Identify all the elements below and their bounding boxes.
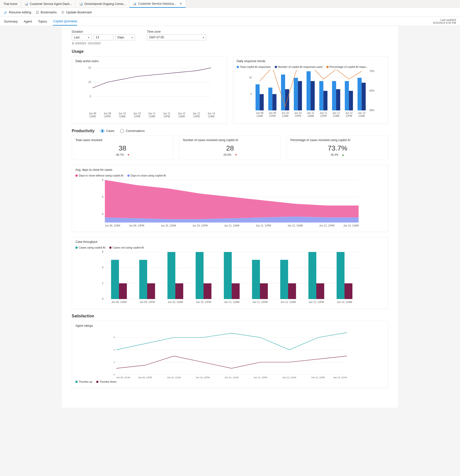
tab-label: Customer Service historica...	[138, 2, 176, 5]
tab-omnichannel[interactable]: 📊 Omnichannel Ongoing Conve...	[76, 0, 129, 8]
kpi-cases-using-copilot: Number of cases resolved using copilot A…	[179, 136, 281, 160]
section-productivity-title: Productivity	[72, 129, 94, 133]
close-icon[interactable]: ✕	[180, 2, 182, 5]
card-title: Avg. days to close for cases	[75, 168, 385, 172]
toolbar-label: Resume editing	[9, 10, 31, 14]
bookmarks-button[interactable]: Bookmarks	[36, 10, 57, 14]
card-daily-response-trends: Daily response trends Total copilot AI r…	[233, 56, 388, 124]
svg-text:Jun 11: Jun 11	[320, 112, 327, 114]
dashboard-icon: 📊	[133, 2, 137, 5]
legend: Total copilot AI responses Number of cop…	[237, 65, 385, 68]
report-subnav: Summary Agent Topics Copilot (preview)	[4, 17, 77, 26]
kpi-delta: -20.0%	[183, 153, 277, 156]
card-case-throughput: Case throughput Cases using copilot AI C…	[72, 237, 388, 309]
svg-text:12AM: 12AM	[307, 115, 314, 117]
card-title: Case throughput	[75, 240, 385, 244]
svg-text:10: 10	[88, 81, 91, 83]
svg-rect-97	[204, 283, 211, 299]
svg-text:Jun 10, 12AM: Jun 10, 12AM	[167, 376, 181, 379]
svg-text:5: 5	[90, 95, 91, 98]
radio-conversations[interactable]: Conversations	[120, 129, 145, 133]
report-body: Duration Last▾ 13 Days▾ 🗓 6/9/2023 - 6/2…	[62, 26, 398, 408]
svg-text:12AM: 12AM	[178, 115, 185, 118]
tab-label: Omnichannel Ongoing Conve...	[84, 2, 126, 6]
subnav-agent[interactable]: Agent	[24, 18, 32, 25]
tab-label: Customer Service Agent Dash...	[30, 2, 72, 6]
svg-text:12AM: 12AM	[333, 115, 339, 117]
radio-cases[interactable]: Cases	[100, 129, 114, 133]
svg-rect-39	[307, 71, 311, 110]
chart-case-throughput: 0246Jun 09, 12AMJun 09, 12PMJun 10, 12AM…	[75, 251, 385, 305]
chevron-down-icon: ▾	[203, 36, 204, 39]
svg-text:Jun 11, 12PM: Jun 11, 12PM	[252, 301, 268, 303]
svg-text:Jun 09, 12AM: Jun 09, 12AM	[116, 376, 130, 379]
timezone-filter: Time zone GMT-07:00▾	[147, 30, 206, 45]
svg-text:Jun 12, 12AM: Jun 12, 12AM	[280, 301, 296, 303]
svg-text:12PM: 12PM	[104, 115, 111, 118]
duration-mode-select[interactable]: Last▾	[72, 34, 92, 40]
svg-text:Jun 12, 12AM: Jun 12, 12AM	[282, 376, 296, 379]
report-toolbar: Resume editing Bookmarks Update Bookmark	[0, 8, 460, 17]
svg-rect-98	[224, 252, 232, 299]
subnav-copilot[interactable]: Copilot (preview)	[53, 17, 77, 25]
svg-text:60%: 60%	[369, 89, 374, 92]
chart-avg-days-close: 456Jun 09, 12AMJun 09, 12PMJun 10, 12AMJ…	[75, 178, 385, 228]
svg-text:Jun 12: Jun 12	[178, 112, 185, 115]
svg-text:6: 6	[114, 336, 115, 339]
kpi-value: 28	[183, 144, 277, 152]
svg-text:5: 5	[102, 196, 103, 198]
subnav-summary[interactable]: Summary	[4, 18, 18, 25]
svg-text:Jun 11: Jun 11	[148, 112, 156, 115]
svg-text:0: 0	[102, 298, 103, 300]
svg-text:2: 2	[102, 282, 103, 285]
subnav-topics[interactable]: Topics	[38, 18, 47, 25]
tab-trial-home[interactable]: Trial home	[0, 0, 21, 8]
svg-rect-34	[272, 94, 276, 110]
svg-text:50%: 50%	[369, 109, 374, 112]
svg-text:12AM: 12AM	[89, 115, 96, 118]
svg-rect-42	[323, 91, 327, 110]
tab-cs-historical[interactable]: 📊 Customer Service historica... ✕	[129, 0, 185, 8]
timezone-label: Time zone	[147, 30, 206, 33]
svg-text:Jun 09, 12AM: Jun 09, 12AM	[105, 224, 120, 227]
svg-text:Jun 12, 12PM: Jun 12, 12PM	[311, 376, 325, 379]
svg-text:Jun 12, 12AM: Jun 12, 12AM	[288, 224, 303, 227]
svg-rect-106	[337, 252, 345, 299]
svg-rect-103	[288, 283, 296, 299]
svg-text:Jun 10, 12PM: Jun 10, 12PM	[192, 224, 208, 227]
svg-rect-45	[345, 81, 349, 111]
duration-count-select[interactable]: 13	[93, 34, 113, 40]
svg-text:Jun 12, 12PM: Jun 12, 12PM	[319, 224, 335, 227]
calendar-icon: 🗓	[72, 42, 74, 45]
kpi-total-cases: Total cases resolved 38 -36.7%	[72, 136, 173, 160]
chevron-down-icon: ▾	[132, 36, 133, 39]
svg-rect-107	[345, 283, 352, 299]
svg-text:12PM: 12PM	[346, 115, 352, 117]
section-usage-title: Usage	[72, 49, 388, 54]
card-agent-ratings: Agent ratings 0246Jun 09, 12AMJun 09, 12…	[72, 321, 388, 388]
svg-rect-32	[260, 94, 264, 110]
svg-text:0: 0	[114, 373, 115, 376]
legend: Days to close without using copilot AI D…	[75, 174, 385, 177]
svg-rect-90	[111, 260, 119, 299]
svg-text:Jun 09, 12PM: Jun 09, 12PM	[139, 301, 155, 303]
duration-unit-select[interactable]: Days▾	[115, 34, 135, 40]
svg-text:6: 6	[102, 178, 103, 181]
svg-text:Jun 13, 12AM: Jun 13, 12AM	[343, 224, 359, 227]
svg-text:4: 4	[102, 213, 103, 215]
svg-rect-102	[280, 260, 288, 299]
update-bookmark-button[interactable]: Update Bookmark	[61, 10, 92, 14]
kpi-delta: 26.3%	[290, 153, 385, 156]
svg-text:10: 10	[249, 76, 252, 79]
bookmark-icon	[36, 11, 39, 14]
tab-cs-agent-dash[interactable]: 📊 Customer Service Agent Dash...	[21, 0, 76, 8]
svg-rect-93	[147, 283, 155, 299]
svg-text:Jun 11, 12PM: Jun 11, 12PM	[256, 224, 271, 227]
kpi-title: Total cases resolved	[75, 138, 170, 142]
svg-rect-47	[358, 78, 362, 110]
svg-text:4: 4	[114, 349, 115, 351]
timezone-select[interactable]: GMT-07:00▾	[147, 34, 206, 40]
svg-text:12PM: 12PM	[163, 115, 170, 118]
resume-editing-button[interactable]: Resume editing	[4, 10, 31, 14]
svg-text:Jun 09: Jun 09	[256, 112, 263, 114]
